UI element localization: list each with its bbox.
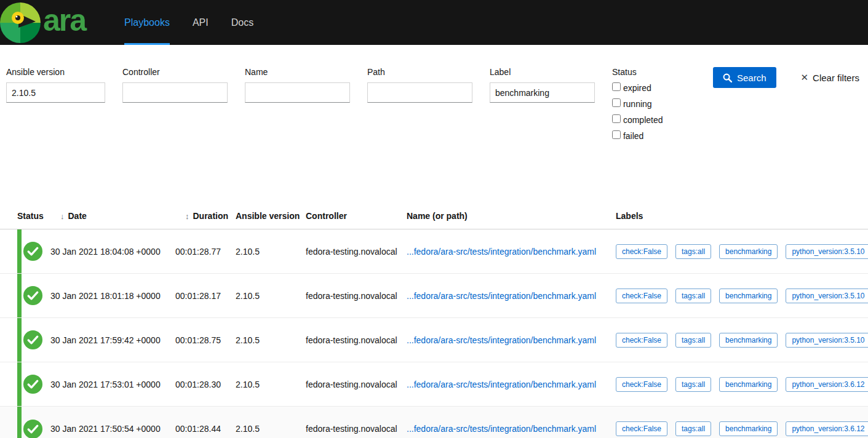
search-button-label: Search bbox=[737, 73, 766, 83]
ansible-version-cell: 2.10.5 bbox=[236, 380, 306, 389]
playbook-link[interactable]: ...fedora/ara-src/tests/integration/benc… bbox=[407, 335, 596, 345]
label-chip[interactable]: python_version:3.5.10 bbox=[786, 289, 868, 303]
row-status-bar bbox=[17, 362, 22, 406]
label-chip[interactable]: python_version:3.6.12 bbox=[786, 421, 868, 436]
controller-cell: fedora-testing.novalocal bbox=[306, 380, 407, 389]
row-status-bar bbox=[17, 274, 22, 317]
label-chip[interactable]: python_version:3.5.10 bbox=[786, 333, 868, 348]
label-chip[interactable]: check:False bbox=[616, 333, 667, 348]
path-input[interactable] bbox=[367, 82, 472, 103]
filter-path: Path bbox=[367, 67, 472, 103]
date-cell: 30 Jan 2021 18:01:18 +0000 bbox=[50, 291, 175, 301]
label-chip[interactable]: tags:all bbox=[675, 421, 711, 436]
filter-name: Name bbox=[245, 67, 350, 103]
labels-cell: check:False tags:all benchmarking python… bbox=[616, 333, 868, 348]
duration-cell: 00:01:28.44 bbox=[175, 424, 236, 434]
name-label: Name bbox=[245, 67, 350, 77]
nav-item-api[interactable]: API bbox=[193, 0, 209, 45]
label-chip[interactable]: python_version:3.6.12 bbox=[786, 377, 868, 392]
status-label: Status bbox=[612, 67, 692, 77]
duration-cell: 00:01:28.30 bbox=[175, 380, 236, 389]
search-button[interactable]: Search bbox=[713, 67, 776, 88]
status-cell bbox=[17, 407, 50, 438]
label-input[interactable] bbox=[490, 82, 595, 103]
col-header-date[interactable]: ↓ Date bbox=[50, 211, 175, 221]
ansible-version-cell: 2.10.5 bbox=[236, 424, 306, 434]
path-label: Path bbox=[367, 67, 472, 77]
table-row: 30 Jan 2021 17:59:42 +0000 00:01:28.75 2… bbox=[0, 318, 868, 362]
labels-cell: check:False tags:all benchmarking python… bbox=[616, 421, 868, 436]
ara-logo[interactable] bbox=[0, 2, 41, 43]
status-cell bbox=[17, 274, 50, 317]
table-row: 30 Jan 2021 17:53:01 +0000 00:01:28.30 2… bbox=[0, 362, 868, 407]
nav-item-playbooks[interactable]: Playbooks bbox=[124, 0, 170, 45]
status-option-running[interactable]: running bbox=[612, 98, 692, 109]
filter-controller: Controller bbox=[122, 67, 228, 103]
status-running-checkbox[interactable] bbox=[612, 98, 621, 107]
label-chip[interactable]: benchmarking bbox=[719, 244, 778, 259]
nav-item-docs[interactable]: Docs bbox=[231, 0, 253, 45]
playbook-link[interactable]: ...fedora/ara-src/tests/integration/benc… bbox=[407, 380, 596, 389]
table-row: 30 Jan 2021 18:04:08 +0000 00:01:28.77 2… bbox=[0, 229, 868, 274]
brand[interactable]: ara bbox=[0, 0, 86, 45]
date-cell: 30 Jan 2021 17:50:54 +0000 bbox=[50, 424, 175, 434]
label-chip[interactable]: benchmarking bbox=[719, 421, 778, 436]
status-option-expired[interactable]: expired bbox=[612, 82, 692, 93]
label-chip[interactable]: check:False bbox=[616, 377, 667, 392]
label-label: Label bbox=[490, 67, 595, 77]
row-status-bar bbox=[17, 229, 22, 273]
search-icon bbox=[723, 73, 732, 82]
duration-cell: 00:01:28.75 bbox=[175, 335, 236, 345]
table-row: 30 Jan 2021 17:50:54 +0000 00:01:28.44 2… bbox=[0, 407, 868, 438]
label-chip[interactable]: benchmarking bbox=[719, 377, 778, 392]
status-option-failed[interactable]: failed bbox=[612, 130, 692, 141]
playbook-link[interactable]: ...fedora/ara-src/tests/integration/benc… bbox=[407, 424, 596, 434]
main-nav: Playbooks API Docs bbox=[124, 0, 276, 45]
sort-descending-icon: ↓ bbox=[60, 212, 65, 221]
date-cell: 30 Jan 2021 17:53:01 +0000 bbox=[50, 380, 175, 389]
top-navbar: ara Playbooks API Docs bbox=[0, 0, 868, 45]
sort-both-icon: ↕ bbox=[185, 212, 189, 221]
table-row: 30 Jan 2021 18:01:18 +0000 00:01:28.17 2… bbox=[0, 274, 868, 318]
controller-cell: fedora-testing.novalocal bbox=[306, 247, 407, 257]
label-chip[interactable]: tags:all bbox=[675, 333, 711, 348]
playbook-link[interactable]: ...fedora/ara-src/tests/integration/benc… bbox=[407, 291, 596, 301]
status-failed-checkbox[interactable] bbox=[612, 130, 621, 139]
label-chip[interactable]: benchmarking bbox=[719, 333, 778, 348]
ansible-version-input[interactable] bbox=[6, 82, 105, 103]
label-chip[interactable]: check:False bbox=[616, 421, 667, 436]
labels-cell: check:False tags:all benchmarking python… bbox=[616, 244, 868, 259]
controller-input[interactable] bbox=[122, 82, 228, 103]
ansible-version-cell: 2.10.5 bbox=[236, 247, 306, 257]
controller-label: Controller bbox=[122, 67, 228, 77]
clear-filters-link[interactable]: ✕ Clear filters bbox=[801, 72, 859, 83]
date-cell: 30 Jan 2021 17:59:42 +0000 bbox=[50, 335, 175, 345]
duration-cell: 00:01:28.77 bbox=[175, 247, 236, 257]
label-chip[interactable]: python_version:3.5.10 bbox=[786, 244, 868, 259]
date-cell: 30 Jan 2021 18:04:08 +0000 bbox=[50, 247, 175, 257]
labels-cell: check:False tags:all benchmarking python… bbox=[616, 377, 868, 392]
status-expired-checkbox[interactable] bbox=[612, 82, 621, 91]
close-icon: ✕ bbox=[801, 72, 809, 83]
controller-cell: fedora-testing.novalocal bbox=[306, 291, 407, 301]
name-input[interactable] bbox=[245, 82, 350, 103]
label-chip[interactable]: tags:all bbox=[675, 289, 711, 303]
label-chip[interactable]: tags:all bbox=[675, 377, 711, 392]
filter-ansible-version: Ansible version bbox=[6, 67, 105, 103]
label-chip[interactable]: check:False bbox=[616, 244, 667, 259]
label-chip[interactable]: check:False bbox=[616, 289, 667, 303]
ansible-version-label: Ansible version bbox=[6, 67, 105, 77]
col-header-duration[interactable]: ↕ Duration bbox=[175, 211, 236, 221]
duration-cell: 00:01:28.17 bbox=[175, 291, 236, 301]
status-completed-checkbox[interactable] bbox=[612, 114, 621, 123]
status-completed-text: completed bbox=[623, 115, 663, 125]
filter-label: Label bbox=[490, 67, 595, 103]
playbook-link[interactable]: ...fedora/ara-src/tests/integration/benc… bbox=[407, 247, 596, 257]
success-check-icon bbox=[23, 419, 43, 438]
status-option-completed[interactable]: completed bbox=[612, 114, 692, 125]
label-chip[interactable]: benchmarking bbox=[719, 289, 778, 303]
controller-cell: fedora-testing.novalocal bbox=[306, 335, 407, 345]
table-header-row: Status ↓ Date ↕ Duration Ansible version… bbox=[0, 203, 868, 229]
filter-status: Status expired running completed failed bbox=[612, 67, 692, 146]
label-chip[interactable]: tags:all bbox=[675, 244, 711, 259]
